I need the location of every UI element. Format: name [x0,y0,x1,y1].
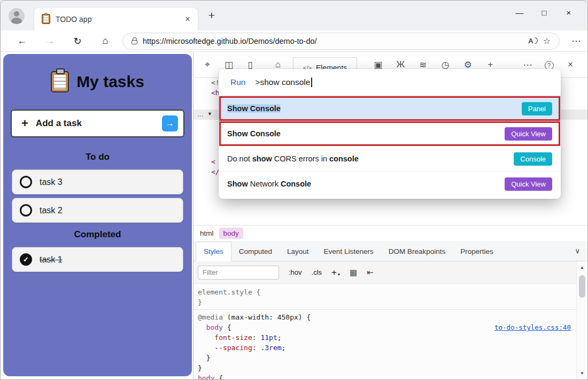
result-label: Show Network Console [227,180,505,188]
caret-down-icon: ▾ [338,272,340,277]
command-input-row: Run >show console [219,69,561,96]
inspect-icon[interactable]: ⌖ [197,59,218,70]
profile-avatar[interactable] [9,8,25,24]
css-close-brace[interactable]: } [198,363,576,373]
css-source-link[interactable]: to-do-styles.css:40 [494,322,571,332]
devtools-panel: ⌖ ◫ ▯ ⌂ </> Elements ▣ Ж ≋ ◷ ⚙ + ⋯ [193,52,587,379]
hov-toggle[interactable]: :hov [289,268,302,276]
command-input[interactable]: >show console [255,77,312,87]
console-badge: Console [514,152,552,166]
read-aloud-icon[interactable]: A [528,37,537,45]
clipboard-icon [51,71,69,92]
tab-layout[interactable]: Layout [280,242,316,261]
scrollbar-thumb[interactable] [579,275,585,298]
maximize-button[interactable]: □ [532,8,556,17]
result-label: Do not show CORS errors in console [227,154,514,163]
lock-icon [131,40,137,44]
browser-tab[interactable]: TODO app × [34,7,198,30]
todo-app-panel: My tasks + Add a task → To do task 3 tas… [3,54,192,376]
forward-icon[interactable]: → [36,35,64,46]
refresh-icon[interactable]: ↻ [64,35,91,47]
chevron-down-icon[interactable]: ∨ [575,247,580,255]
result-cors-errors[interactable]: Do not show CORS errors in console Conso… [219,146,561,171]
scroll-up-icon[interactable]: ▲ [577,265,587,270]
styles-toolbar: :hov .cls +▾ ▦ ⇤ [194,261,576,284]
quick-view-badge: Quick View [505,177,552,191]
task-row[interactable]: ✓ task 1 [12,247,183,272]
add-task-label: Add a task [36,118,154,129]
favorite-icon[interactable]: ☆ [543,36,551,46]
tab-properties[interactable]: Properties [453,242,501,261]
close-window-button[interactable]: × [556,8,581,17]
breadcrumb-html[interactable]: html [200,229,214,237]
tab-close-icon[interactable]: × [185,14,190,25]
task-row[interactable]: task 2 [12,198,183,223]
task-label: task 1 [40,255,63,265]
tab-event-listeners[interactable]: Event Listeners [316,242,381,261]
task-label: task 2 [40,206,63,215]
flexbox-editor-icon[interactable]: ▦ [350,268,357,277]
filter-input[interactable] [198,266,279,280]
css-element-style-rule[interactable]: element.style { [198,287,576,297]
css-close-brace[interactable]: } [198,353,576,363]
todo-header: My tasks [3,54,192,92]
task-label: task 3 [40,177,63,187]
result-show-console-panel[interactable]: Show Console Panel [219,96,561,121]
dom-node-tag[interactable]: < [211,158,215,166]
navigation-bar: ← → ↻ ⌂ https://microsoftedge.github.io/… [1,30,587,52]
result-network-console[interactable]: Show Network Console Quick View [219,171,561,196]
result-label: Show Console [227,104,522,113]
browser-window: TODO app × + — □ × ← → ↻ ⌂ https://micro… [0,0,588,380]
text-caret [311,77,312,87]
task-row[interactable]: task 3 [12,169,183,195]
css-property-font-size[interactable]: font-size: 11pt; [198,332,576,343]
expander-icon[interactable]: ▼ [207,111,212,117]
add-task-input[interactable]: + Add a task → [11,110,184,137]
tab-favicon-icon [42,14,50,24]
css-property-spacing[interactable]: --spacing: .3rem; [198,343,576,353]
scrollbar[interactable]: ▲ ▼ [576,261,587,379]
tab-dom-breakpoints[interactable]: DOM Breakpoints [381,242,453,261]
result-show-console-quickview[interactable]: Show Console Quick View [219,121,561,146]
tab-styles[interactable]: Styles [196,242,231,261]
browser-menu-icon[interactable]: ⋯ [565,35,587,47]
rule-divider [194,309,576,310]
close-devtools-icon[interactable]: × [560,59,581,70]
result-label: Show Console [227,129,505,138]
quick-view-badge: Quick View [505,127,552,141]
css-media-query[interactable]: @media (max-width: 450px) { [198,312,576,322]
back-icon[interactable]: ← [8,35,36,46]
breadcrumb-body[interactable]: body [219,228,243,239]
tab-strip: TODO app × + — □ × [1,1,587,30]
task-checkbox[interactable] [20,204,32,216]
computed-sidebar-icon[interactable]: ⇤ [367,268,374,277]
run-label: Run [230,77,245,87]
css-next-rule-partial[interactable]: body { [198,373,576,379]
devtools-home-icon[interactable]: ⌂ [267,59,289,70]
css-close-brace[interactable]: } [198,297,576,307]
completed-section-heading: Completed [3,229,192,240]
task-checkbox-checked[interactable]: ✓ [20,253,32,266]
gutter-more-icon[interactable]: … [197,111,204,118]
help-icon[interactable]: ? [538,59,560,70]
cls-toggle[interactable]: .cls [312,268,322,276]
sidebar-tabs: Styles Computed Layout Event Listeners D… [194,241,587,261]
page-content: My tasks + Add a task → To do task 3 tas… [1,52,587,379]
styles-pane: element.style { } @media (max-width: 450… [194,284,576,379]
new-style-rule-button[interactable]: +▾ [331,267,340,278]
command-palette: Run >show console Show Console Panel Sho… [219,69,561,199]
home-icon[interactable]: ⌂ [91,35,119,46]
url-text[interactable]: https://microsoftedge.github.io/Demos/de… [143,37,523,45]
add-task-submit-button[interactable]: → [162,115,178,131]
window-controls: — □ × [507,8,581,17]
scroll-down-icon[interactable]: ▼ [577,371,587,376]
plus-icon: + [21,117,28,130]
tab-computed[interactable]: Computed [231,242,280,261]
tab-title: TODO app [56,15,180,24]
task-checkbox[interactable] [20,176,32,188]
todo-section-heading: To do [3,152,192,162]
breadcrumb: html body [194,225,587,241]
minimize-button[interactable]: — [507,8,532,17]
address-bar[interactable]: https://microsoftedge.github.io/Demos/de… [122,33,560,50]
new-tab-button[interactable]: + [205,9,218,22]
